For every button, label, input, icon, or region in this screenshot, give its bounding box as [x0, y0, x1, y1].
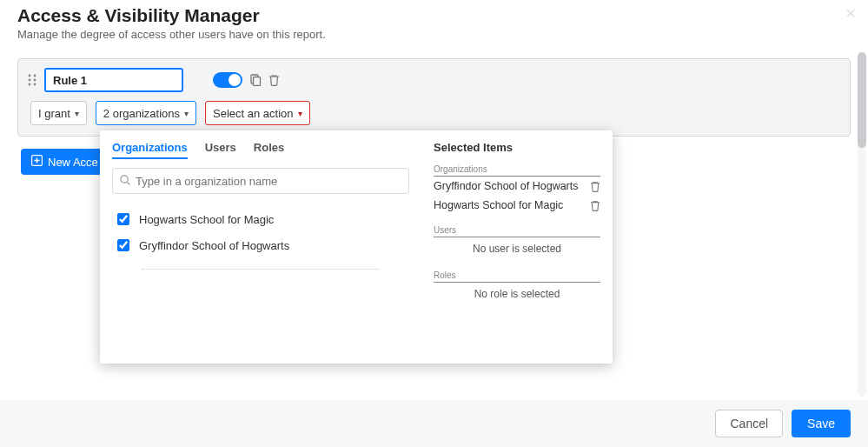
- rule-enabled-toggle[interactable]: [213, 72, 242, 88]
- tab-users[interactable]: Users: [205, 141, 236, 159]
- search-icon: [119, 174, 131, 190]
- drag-handle-icon[interactable]: [27, 74, 37, 86]
- svg-rect-7: [254, 77, 261, 86]
- tab-organizations[interactable]: Organizations: [112, 141, 188, 159]
- selected-group-label-roles: Roles: [434, 270, 600, 283]
- selected-roles-empty: No role is selected: [434, 283, 600, 305]
- close-icon[interactable]: ×: [845, 3, 856, 23]
- svg-point-4: [29, 83, 31, 86]
- chevron-down-icon: ▾: [184, 109, 189, 118]
- svg-point-5: [34, 83, 36, 86]
- scrollbar-thumb[interactable]: [858, 52, 866, 148]
- svg-point-1: [34, 75, 36, 77]
- svg-point-2: [29, 79, 31, 82]
- divider: [142, 269, 380, 270]
- scope-dropdown[interactable]: 2 organizations ▾: [96, 101, 196, 125]
- org-option-checkbox[interactable]: [117, 239, 129, 251]
- dialog-footer: Cancel Save: [0, 400, 868, 447]
- new-access-rule-button[interactable]: New Acce: [21, 149, 109, 175]
- org-option-label: Hogwarts School for Magic: [139, 213, 274, 226]
- selected-group-label-organizations: Organizations: [434, 164, 600, 177]
- action-dropdown[interactable]: Select an action ▾: [205, 101, 310, 125]
- selected-items-heading: Selected Items: [434, 141, 600, 154]
- scope-picker-popover: Organizations Users Roles Hogwarts Schoo…: [100, 130, 613, 364]
- plus-box-icon: [31, 155, 43, 169]
- org-option-checkbox[interactable]: [117, 213, 129, 225]
- chevron-down-icon: ▾: [75, 109, 79, 118]
- selected-group-label-users: Users: [434, 225, 600, 237]
- svg-point-3: [34, 79, 36, 82]
- trash-icon[interactable]: [590, 181, 600, 192]
- cancel-button[interactable]: Cancel: [715, 410, 783, 437]
- org-option-label: Gryffindor School of Hogwarts: [139, 239, 289, 252]
- grant-dropdown[interactable]: I grant ▾: [30, 101, 87, 125]
- new-access-rule-label: New Acce: [48, 156, 98, 169]
- svg-line-10: [127, 182, 129, 184]
- save-button[interactable]: Save: [792, 410, 851, 437]
- selected-users-empty: No user is selected: [434, 237, 600, 260]
- trash-icon[interactable]: [268, 74, 280, 86]
- chevron-down-icon: ▾: [298, 109, 302, 118]
- org-option[interactable]: Hogwarts School for Magic: [112, 206, 409, 232]
- selected-item-label: Hogwarts School for Magic: [434, 199, 563, 211]
- page-subtitle: Manage the degree of access other users …: [17, 28, 851, 41]
- copy-icon[interactable]: [249, 74, 262, 86]
- scope-dropdown-label: 2 organizations: [103, 107, 180, 120]
- trash-icon[interactable]: [590, 200, 600, 211]
- grant-dropdown-label: I grant: [38, 107, 70, 120]
- org-option[interactable]: Gryffindor School of Hogwarts: [112, 232, 409, 258]
- page-title: Access & Visibility Manager: [17, 5, 851, 26]
- selected-item: Hogwarts School for Magic: [434, 196, 600, 215]
- svg-point-0: [29, 75, 31, 77]
- rule-card: I grant ▾ 2 organizations ▾ Select an ac…: [17, 58, 851, 137]
- rule-name-input[interactable]: [44, 68, 183, 92]
- tab-roles[interactable]: Roles: [254, 141, 284, 159]
- action-dropdown-label: Select an action: [213, 107, 294, 120]
- page-scrollbar[interactable]: [858, 52, 866, 397]
- organization-search-input[interactable]: [112, 168, 409, 194]
- selected-item: Gryffindor School of Hogwarts: [434, 177, 600, 196]
- svg-point-9: [121, 176, 128, 183]
- selected-item-label: Gryffindor School of Hogwarts: [434, 180, 579, 192]
